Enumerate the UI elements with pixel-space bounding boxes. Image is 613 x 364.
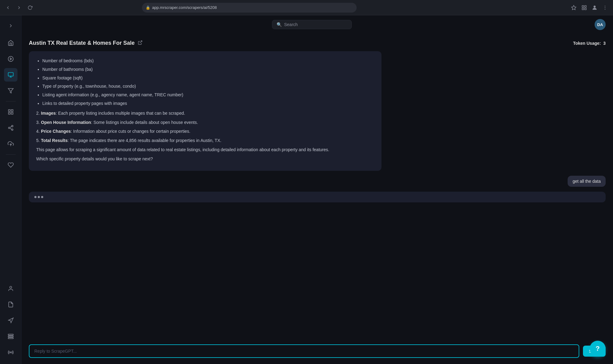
svg-point-25 <box>10 286 12 289</box>
user-avatar[interactable]: DA <box>595 19 606 30</box>
url-text: app.mrscraper.com/scrapers/ai/5208 <box>152 5 217 10</box>
svg-marker-10 <box>10 58 12 60</box>
sidebar-item-grid[interactable] <box>4 105 17 119</box>
svg-point-5 <box>594 6 596 8</box>
typing-indicator <box>29 192 606 202</box>
sidebar-item-share[interactable] <box>4 121 17 135</box>
extensions-button[interactable] <box>580 3 588 12</box>
bookmark-button[interactable] <box>569 3 578 12</box>
sidebar-item-megaphone[interactable] <box>4 314 17 327</box>
numbered-item-1: 2. Images: Each property listing include… <box>36 110 374 117</box>
search-icon: 🔍 <box>277 22 282 27</box>
svg-point-19 <box>11 125 13 127</box>
reply-input[interactable] <box>29 344 579 358</box>
svg-line-23 <box>10 126 12 127</box>
svg-rect-26 <box>8 334 13 335</box>
typing-dot-3 <box>41 196 43 198</box>
browser-chrome: 🔒 app.mrscraper.com/scrapers/ai/5208 <box>0 0 613 15</box>
sidebar-item-play[interactable] <box>4 52 17 66</box>
svg-point-29 <box>10 352 11 353</box>
sidebar <box>0 15 21 364</box>
svg-rect-1 <box>582 6 584 7</box>
top-bar: 🔍 Search DA <box>21 15 613 34</box>
browser-actions <box>569 3 609 12</box>
svg-marker-14 <box>8 89 13 93</box>
svg-rect-27 <box>8 336 13 337</box>
ai-summary-1: This page allows for scraping a signific… <box>36 146 374 154</box>
input-area: Send <box>21 339 613 364</box>
svg-point-20 <box>8 127 10 129</box>
chat-area: Austin TX Real Estate & Homes For Sale T… <box>21 34 613 339</box>
ai-message: Number of bedrooms (bds) Number of bathr… <box>29 51 381 171</box>
numbered-item-4: 5. Total Results: The page indicates the… <box>36 137 374 144</box>
sidebar-item-cloud[interactable] <box>4 137 17 151</box>
user-message: get all the data <box>568 176 606 187</box>
sidebar-divider-1 <box>6 101 16 102</box>
sidebar-item-user[interactable] <box>4 282 17 295</box>
sidebar-divider-2 <box>6 154 16 155</box>
address-bar[interactable]: 🔒 app.mrscraper.com/scrapers/ai/5208 <box>142 3 357 13</box>
svg-point-7 <box>605 7 605 8</box>
svg-point-9 <box>8 56 13 62</box>
svg-point-21 <box>11 129 13 130</box>
numbered-item-3: 4. Price Changes: Information about pric… <box>36 128 374 135</box>
bullet-item-3: Square footage (sqft) <box>42 75 374 82</box>
svg-rect-18 <box>8 113 10 114</box>
user-message-wrap: get all the data <box>29 176 606 187</box>
sidebar-item-heart[interactable] <box>4 158 17 172</box>
svg-line-22 <box>10 128 12 129</box>
svg-marker-0 <box>572 5 576 10</box>
sidebar-bottom <box>4 282 17 359</box>
help-button[interactable]: ? <box>590 341 606 357</box>
svg-rect-2 <box>585 6 586 7</box>
ai-summary-2: Which specific property details would yo… <box>36 155 374 163</box>
numbered-item-2: 3. Open House Information: Some listings… <box>36 119 374 126</box>
typing-dot-1 <box>34 196 36 198</box>
search-box[interactable]: 🔍 Search <box>272 20 352 29</box>
page-title: Austin TX Real Estate & Homes For Sale <box>29 40 135 46</box>
forward-button[interactable] <box>15 3 23 12</box>
svg-line-30 <box>140 41 142 43</box>
bullet-item-4: Type of property (e.g., townhouse, house… <box>42 83 374 90</box>
bullet-item-2: Number of bathrooms (ba) <box>42 66 374 73</box>
search-placeholder: Search <box>284 22 298 27</box>
bullet-item-1: Number of bedrooms (bds) <box>42 57 374 65</box>
svg-rect-17 <box>11 113 13 114</box>
profile-button[interactable] <box>590 3 599 12</box>
sidebar-item-stack[interactable] <box>4 330 17 343</box>
page-title-left: Austin TX Real Estate & Homes For Sale <box>29 40 143 46</box>
more-button[interactable] <box>601 3 609 12</box>
typing-dot-2 <box>38 196 40 198</box>
svg-rect-15 <box>8 110 10 112</box>
back-button[interactable] <box>4 3 12 12</box>
numbered-items: 2. Images: Each property listing include… <box>36 110 374 144</box>
svg-point-6 <box>605 6 605 6</box>
svg-rect-16 <box>11 110 13 112</box>
sidebar-item-radio[interactable] <box>4 346 17 359</box>
sidebar-toggle[interactable] <box>5 20 16 31</box>
token-usage: Token Usage: 3 <box>573 41 606 46</box>
lock-icon: 🔒 <box>146 6 150 10</box>
sidebar-item-home[interactable] <box>4 36 17 50</box>
app-layout: 🔍 Search DA Austin TX Real Estate & Home… <box>0 15 613 364</box>
svg-rect-28 <box>8 338 13 339</box>
svg-rect-3 <box>585 8 586 10</box>
sidebar-item-filter[interactable] <box>4 84 17 98</box>
ai-bullet-list: Number of bedrooms (bds) Number of bathr… <box>36 57 374 107</box>
external-link-icon[interactable] <box>138 40 143 46</box>
refresh-button[interactable] <box>26 3 34 12</box>
page-title-row: Austin TX Real Estate & Homes For Sale T… <box>29 34 606 51</box>
sidebar-item-scraper[interactable] <box>4 68 17 82</box>
bullet-item-5: Listing agent information (e.g., agency … <box>42 91 374 99</box>
main-content: 🔍 Search DA Austin TX Real Estate & Home… <box>21 15 613 364</box>
sidebar-item-file[interactable] <box>4 298 17 311</box>
svg-rect-4 <box>582 8 584 10</box>
svg-point-8 <box>605 9 605 10</box>
svg-rect-11 <box>8 73 13 76</box>
bullet-item-6: Links to detailed property pages with im… <box>42 100 374 107</box>
